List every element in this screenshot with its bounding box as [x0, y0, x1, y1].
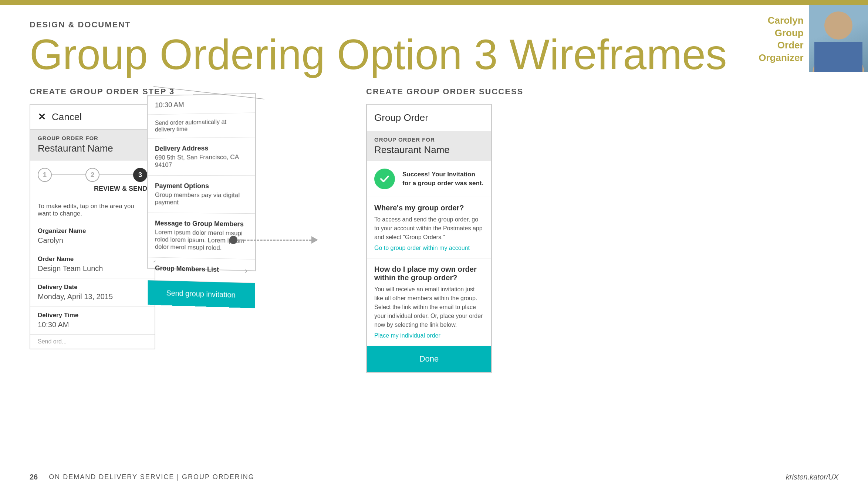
svg-point-0	[824, 11, 852, 40]
send-group-invitation-button[interactable]: Send group invitation	[148, 280, 255, 308]
cancel-bar: ✕ Cancel	[30, 105, 155, 130]
header: DESIGN & DOCUMENT Group Ordering Option …	[30, 5, 868, 78]
persona-photo	[809, 5, 868, 72]
restaurant-name-left: Restaurant Name	[38, 143, 147, 154]
where-text: To access and send the group order, go t…	[374, 215, 484, 242]
instruction-text: To make edits, tap on the area you want …	[30, 198, 155, 222]
right-section: CREATE GROUP ORDER SUCCESS Group Order G…	[366, 87, 610, 373]
scroll-auto-send: Send order automatically at delivery tim…	[148, 113, 255, 138]
place-individual-order-link[interactable]: Place my individual order	[374, 332, 440, 339]
arrow-head-icon	[311, 236, 318, 244]
footer-left: 26 ON DEMAND DELIVERY SERVICE | GROUP OR…	[30, 473, 254, 481]
dot-circle	[229, 236, 237, 244]
delivery-time-field: Delivery Time 10:30 AM	[30, 306, 155, 334]
done-button[interactable]: Done	[367, 346, 491, 372]
scroll-time: 10:30 AM	[148, 94, 255, 115]
step-indicator: 1 2 3	[30, 160, 155, 185]
where-title: Where's my group order?	[374, 204, 484, 212]
scroll-delivery-address: Delivery Address 690 5th St, San Francis…	[148, 137, 255, 176]
success-message: Success! Your Invitation for a group ord…	[402, 170, 484, 188]
review-send-label: REVIEW & SEND	[30, 185, 155, 198]
persona-label: Carolyn Group Order Organizer	[750, 7, 809, 72]
footer-page-number: 26	[30, 473, 38, 481]
group-order-header: Group Order	[367, 105, 491, 131]
scroll-bottom-hint: Send ord...	[30, 334, 155, 349]
footer-title: ON DEMAND DELIVERY SERVICE | GROUP ORDER…	[49, 473, 254, 481]
how-place-order-block: How do I place my own order within the g…	[367, 258, 491, 346]
step-3-circle: 3	[133, 168, 147, 182]
footer-brand: kristen.kator/UX	[786, 473, 838, 481]
main-title: Group Ordering Option 3 Wireframes	[30, 31, 868, 78]
group-order-label: GROUP ORDER FOR	[38, 135, 147, 141]
persona-box: Carolyn Group Order Organizer	[750, 5, 868, 72]
scroll-panel: 10:30 AM Send order automatically at del…	[147, 93, 256, 271]
dashed-line	[237, 240, 311, 241]
right-section-label: CREATE GROUP ORDER SUCCESS	[366, 87, 610, 96]
cancel-x-icon[interactable]: ✕	[38, 111, 46, 123]
order-name-field: Order Name Design Team Lunch	[30, 250, 155, 278]
success-icon-row: Success! Your Invitation for a group ord…	[367, 161, 491, 197]
restaurant-box-right: GROUP ORDER FOR Restaurant Name	[367, 131, 491, 161]
organizer-name-field: Organizer Name Carolyn	[30, 222, 155, 250]
step-line-1	[52, 174, 85, 175]
restaurant-box-left: GROUP ORDER FOR Restaurant Name	[30, 130, 155, 160]
cancel-text: Cancel	[52, 111, 82, 123]
delivery-date-field: Delivery Date Monday, April 13, 2015	[30, 278, 155, 306]
how-text: You will receive an email invitation jus…	[374, 285, 484, 329]
chevron-right-icon: ›	[245, 266, 247, 276]
step-2-circle: 2	[85, 168, 99, 182]
green-check-icon	[374, 169, 395, 189]
left-phone-wireframe: ✕ Cancel GROUP ORDER FOR Restaurant Name…	[30, 104, 155, 349]
top-bar	[0, 0, 868, 5]
svg-rect-2	[814, 42, 862, 72]
group-order-for-label: GROUP ORDER FOR	[374, 136, 484, 143]
scroll-group-members[interactable]: Group Members List ›	[148, 257, 255, 283]
scroll-payment: Payment Options Group members pay via di…	[148, 176, 255, 214]
where-group-order-block: Where's my group order? To access and se…	[367, 197, 491, 258]
success-phone-wireframe: Group Order GROUP ORDER FOR Restaurant N…	[366, 104, 492, 373]
go-to-group-order-link[interactable]: Go to group order within my account	[374, 245, 470, 251]
design-label: DESIGN & DOCUMENT	[30, 20, 868, 30]
dot-arrow	[229, 236, 318, 244]
footer: 26 ON DEMAND DELIVERY SERVICE | GROUP OR…	[0, 466, 868, 488]
restaurant-name-right: Restaurant Name	[374, 144, 484, 156]
step-line-2	[99, 174, 133, 175]
how-title: How do I place my own order within the g…	[374, 265, 484, 282]
step-1-circle: 1	[38, 168, 52, 182]
